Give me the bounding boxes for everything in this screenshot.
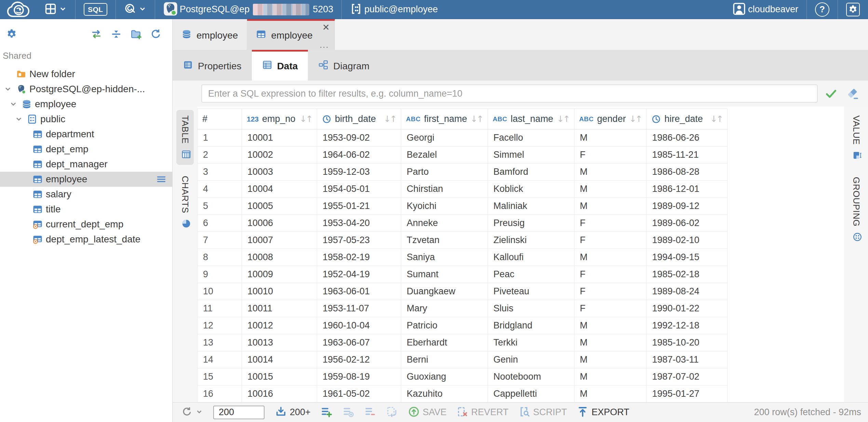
data-cell[interactable]: 1989-08-24 — [647, 283, 728, 300]
data-cell[interactable]: 1956-02-12 — [317, 351, 401, 368]
data-cell[interactable]: 10014 — [242, 351, 317, 368]
data-cell[interactable]: 10012 — [242, 317, 317, 334]
row-index-cell[interactable]: 12 — [198, 317, 242, 334]
data-cell[interactable]: 1985-10-20 — [647, 334, 728, 351]
data-cell[interactable]: 1954-05-01 — [317, 181, 401, 198]
column-header-emp_no[interactable]: 123emp_no↓↑ — [242, 109, 317, 129]
data-cell[interactable]: Chirstian — [401, 181, 488, 198]
data-cell[interactable]: Duangkaew — [401, 283, 488, 300]
data-cell[interactable]: 1953-04-20 — [317, 215, 401, 232]
column-header-hire_date[interactable]: hire_date↓↑ — [647, 109, 728, 129]
duplicate-selection-button[interactable] — [382, 403, 402, 422]
data-cell[interactable]: 1995-01-27 — [647, 385, 728, 403]
sort-icon[interactable]: ↓↑ — [629, 114, 641, 124]
data-cell[interactable]: F — [574, 215, 647, 232]
presentation-tab-table[interactable]: TABLE — [176, 110, 194, 165]
row-index-cell[interactable]: 7 — [198, 232, 242, 249]
row-index-cell[interactable]: 11 — [198, 300, 242, 317]
data-cell[interactable]: 10005 — [242, 198, 317, 215]
data-cell[interactable]: 10004 — [242, 181, 317, 198]
row-index-cell[interactable]: 13 — [198, 334, 242, 351]
data-cell[interactable]: 10016 — [242, 385, 317, 403]
data-cell[interactable]: 1958-02-19 — [317, 249, 401, 266]
row-index-cell[interactable]: 10 — [198, 283, 242, 300]
row-index-cell[interactable]: 4 — [198, 181, 242, 198]
new-folder-icon[interactable] — [129, 27, 143, 41]
tree-item-dept-emp[interactable]: dept_emp — [0, 142, 172, 157]
data-cell[interactable]: 1987-07-02 — [647, 368, 728, 385]
data-cell[interactable]: F — [574, 146, 647, 164]
data-cell[interactable]: 10009 — [242, 266, 317, 283]
new-connection-button[interactable] — [41, 0, 70, 19]
data-cell[interactable]: 1957-05-23 — [317, 232, 401, 249]
row-index-cell[interactable]: 6 — [198, 215, 242, 232]
data-cell[interactable]: 1990-01-22 — [647, 300, 728, 317]
help-button[interactable]: ? — [812, 0, 833, 19]
data-cell[interactable]: Georgi — [401, 129, 488, 146]
row-menu-icon[interactable] — [156, 174, 167, 185]
presentation-tab-charts[interactable]: CHARTS — [176, 170, 194, 234]
collapse-all-icon[interactable] — [109, 27, 123, 41]
data-cell[interactable]: Saniya — [401, 249, 488, 266]
data-cell[interactable]: 10002 — [242, 146, 317, 164]
apply-filter-check-icon[interactable] — [824, 86, 839, 101]
settings-button[interactable] — [843, 0, 863, 19]
data-cell[interactable]: 1963-06-07 — [317, 334, 401, 351]
tree-item-title[interactable]: title — [0, 202, 172, 217]
data-cell[interactable]: 1985-02-18 — [647, 266, 728, 283]
data-cell[interactable]: F — [574, 283, 647, 300]
sql-editor-button[interactable]: SQL — [80, 0, 111, 19]
sync-connection-icon[interactable] — [90, 27, 103, 41]
tree-item-new-folder[interactable]: New folder — [0, 67, 172, 82]
data-cell[interactable]: M — [574, 249, 647, 266]
tab-properties[interactable]: Properties — [173, 50, 252, 81]
data-cell[interactable]: 10015 — [242, 368, 317, 385]
sql-filter-input[interactable] — [202, 85, 817, 102]
user-menu[interactable]: cloudbeaver — [729, 0, 802, 19]
row-index-cell[interactable]: 5 — [198, 198, 242, 215]
data-cell[interactable]: Sumant — [401, 266, 488, 283]
export-button[interactable]: EXPORT — [573, 403, 633, 422]
data-cell[interactable]: 1959-12-03 — [317, 164, 401, 181]
tree-item-postgresql-ep-hidden-[interactable]: PostgreSQL@ep-hidden-... — [0, 82, 172, 97]
tree-item-public[interactable]: public — [0, 112, 172, 127]
data-cell[interactable]: F — [574, 300, 647, 317]
data-cell[interactable]: Bezalel — [401, 146, 488, 164]
data-cell[interactable]: 1953-11-07 — [317, 300, 401, 317]
sort-icon[interactable]: ↓↑ — [710, 114, 722, 124]
row-index-cell[interactable]: 8 — [198, 249, 242, 266]
script-button[interactable]: SCRIPT — [515, 403, 570, 422]
data-cell[interactable]: 1963-06-01 — [317, 283, 401, 300]
driver-tools-button[interactable] — [121, 0, 150, 19]
refresh-tree-icon[interactable] — [149, 27, 163, 41]
data-cell[interactable]: Guoxiang — [401, 368, 488, 385]
data-cell[interactable]: Genin — [488, 351, 574, 368]
chevron-down-icon[interactable] — [3, 85, 13, 94]
save-button[interactable]: SAVE — [404, 403, 450, 422]
data-cell[interactable]: F — [574, 266, 647, 283]
data-cell[interactable]: M — [574, 181, 647, 198]
schema-selector[interactable]: public@employee — [347, 0, 441, 19]
column-header-birth_date[interactable]: birth_date↓↑ — [317, 109, 401, 129]
data-cell[interactable]: 10010 — [242, 283, 317, 300]
data-cell[interactable]: 10003 — [242, 164, 317, 181]
row-index-cell[interactable]: 15 — [198, 368, 242, 385]
data-cell[interactable]: 10013 — [242, 334, 317, 351]
sort-icon[interactable]: ↓↑ — [557, 114, 569, 124]
duplicate-row-button[interactable] — [339, 403, 358, 422]
data-cell[interactable]: 10011 — [242, 300, 317, 317]
chevron-down-icon[interactable] — [8, 100, 18, 109]
data-cell[interactable]: 1989-02-10 — [647, 232, 728, 249]
data-cell[interactable]: M — [574, 129, 647, 146]
data-cell[interactable]: 1989-09-12 — [647, 198, 728, 215]
connection-selector[interactable]: PostgreSQL@ep5203 — [160, 0, 337, 19]
data-cell[interactable]: Preusig — [488, 215, 574, 232]
data-cell[interactable]: Parto — [401, 164, 488, 181]
delete-row-button[interactable] — [361, 403, 380, 422]
row-index-cell[interactable]: 1 — [198, 129, 242, 146]
refresh-result-button[interactable] — [178, 403, 206, 422]
panel-tab-grouping[interactable]: GROUPING — [847, 171, 865, 248]
chevron-down-icon[interactable] — [14, 115, 24, 124]
data-cell[interactable]: M — [574, 385, 647, 403]
data-cell[interactable]: 1986-12-01 — [647, 181, 728, 198]
